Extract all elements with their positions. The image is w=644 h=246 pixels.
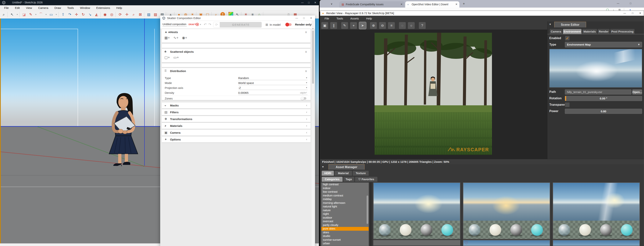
filters-section[interactable]: ▤ Filters ‹ xyxy=(162,109,310,115)
tab-material[interactable]: Material xyxy=(334,171,352,176)
close-icon[interactable]: ✕ xyxy=(312,0,318,5)
panel-collapse-icon[interactable]: ▼ xyxy=(322,165,324,168)
tab-camera[interactable]: Camera xyxy=(550,29,562,34)
add-curve-host-icon[interactable]: ∿+ xyxy=(174,35,178,40)
menu-assets[interactable]: Assets xyxy=(347,16,362,21)
tab-search-chevron-icon[interactable]: ∨ xyxy=(330,2,332,5)
redo-icon[interactable]: ↷ xyxy=(208,22,211,27)
chevron-left-icon[interactable]: ‹ xyxy=(306,110,307,114)
skatter-red-icon[interactable]: ▧ xyxy=(152,11,158,17)
zoom-extents-tool-icon[interactable]: ⊠ xyxy=(138,11,143,17)
close-icon[interactable]: ✕ xyxy=(637,11,644,15)
list-item[interactable]: morning-afternoon xyxy=(321,201,369,205)
refresh-icon[interactable]: ⟳ xyxy=(214,22,220,27)
scale-tool-icon[interactable]: ↘ xyxy=(87,11,93,17)
position-camera-tool-icon[interactable]: ◉ xyxy=(102,11,108,17)
hdri-thumbnail-next-row[interactable]: ♡ xyxy=(463,240,550,246)
look-around-tool-icon[interactable]: ◎ xyxy=(109,11,115,17)
scene-editor-tab[interactable]: Scene Editor xyxy=(554,22,586,27)
open-button[interactable]: Open... xyxy=(632,89,642,95)
save-render-button[interactable]: ▣ xyxy=(321,22,328,29)
hosts-header[interactable]: ▲▲ Hosts ∨ xyxy=(162,29,310,35)
menu-tools[interactable]: Tools xyxy=(64,5,76,10)
list-item[interactable]: midday xyxy=(321,197,369,201)
select-dropdown-icon[interactable]: ▾ xyxy=(16,11,18,17)
chevron-left-icon[interactable]: ‹ xyxy=(306,138,307,141)
add-surface-host-icon[interactable]: ▦+ xyxy=(164,35,170,40)
menu-view[interactable]: View xyxy=(23,5,35,10)
transformations-section[interactable]: ❖ Transformations ‹ xyxy=(162,116,310,122)
pushpull-tool-icon[interactable]: ⇧ xyxy=(60,11,66,17)
add-point-host-icon[interactable]: ◉+ xyxy=(182,35,187,40)
list-item[interactable]: nature xyxy=(321,209,369,212)
list-item[interactable]: partly cloudy xyxy=(321,223,369,227)
flip-tool-icon[interactable]: ◭ xyxy=(94,11,100,17)
generate-button[interactable]: GENERATE xyxy=(220,22,262,27)
list-item-selected[interactable]: pure skies xyxy=(321,227,369,231)
arc-dropdown-icon[interactable]: ▾ xyxy=(45,11,47,17)
options-section[interactable]: ✦ Options ‹ xyxy=(162,137,310,143)
chevron-left-icon[interactable]: ‹ xyxy=(306,117,307,121)
maximize-icon[interactable]: □ xyxy=(630,11,636,15)
orbit-tool-icon[interactable]: ⟳ xyxy=(117,11,123,17)
mode-dropdown[interactable]: World space xyxy=(238,81,308,85)
distribution-header[interactable]: ⠿ Distribution ∨ xyxy=(162,68,310,74)
exposure-button[interactable]: ≡ xyxy=(388,22,395,29)
close-icon[interactable]: ✕ xyxy=(308,16,314,20)
add-object-icon[interactable]: ▢+ xyxy=(164,55,170,59)
light-button[interactable]: ○ xyxy=(408,22,415,29)
menu-window[interactable]: Window xyxy=(77,5,92,10)
tab-close-icon[interactable]: ✕ xyxy=(456,3,458,6)
tab-materials[interactable]: Materials xyxy=(582,29,597,34)
list-item[interactable]: natural light xyxy=(321,205,369,209)
minimize-icon[interactable]: — xyxy=(622,11,628,15)
browser-maximize-icon[interactable]: □ xyxy=(627,1,634,6)
new-tab-icon[interactable]: + xyxy=(463,2,465,6)
pause-render-button[interactable]: ∥ xyxy=(330,22,337,29)
pan-tool-icon[interactable]: ✛ xyxy=(124,11,130,17)
arc-tool-icon[interactable]: ⌒ xyxy=(38,11,44,17)
scroll-up-icon[interactable]: ▲ xyxy=(312,28,314,29)
zoom-in-button[interactable]: ⊕ xyxy=(370,22,377,29)
followme-tool-icon[interactable]: ↷ xyxy=(67,11,73,17)
environment-map-preview[interactable] xyxy=(549,49,642,88)
record-status-icon[interactable] xyxy=(196,23,199,26)
camera-section[interactable]: ▣ Camera ‹ xyxy=(162,130,310,136)
path-field[interactable]: hilly_terrain_01_puresky.exr xyxy=(565,89,632,95)
rectangle-tool-icon[interactable]: ▭ xyxy=(48,11,54,17)
chevron-down-icon[interactable]: ∨ xyxy=(305,30,307,34)
list-item[interactable]: indoor xyxy=(321,187,369,190)
chevron-down-icon[interactable]: ∨ xyxy=(305,69,307,73)
scrollbar-thumb[interactable] xyxy=(312,31,314,84)
rotation-slider[interactable]: 0.00 ° xyxy=(565,96,642,101)
rotate-tool-icon[interactable]: ↻ xyxy=(80,11,86,17)
list-item[interactable]: medium contrast xyxy=(321,194,369,198)
browser-tab-fredoscale[interactable]: ▨ FredoScale Compatibility issues ✕ xyxy=(339,1,404,7)
list-item[interactable]: urban xyxy=(321,242,369,246)
list-item[interactable]: sunrise-sunset xyxy=(321,238,369,242)
line-tool-icon[interactable]: ✎ xyxy=(28,11,34,17)
tab-hdri[interactable]: HDRI xyxy=(322,171,334,176)
menu-file[interactable]: File xyxy=(321,16,332,21)
hdri-thumbnail[interactable] xyxy=(463,183,550,239)
scattered-header[interactable]: ♣ Scattered objects ∨ xyxy=(162,49,310,55)
chevron-left-icon[interactable]: ‹ xyxy=(306,131,307,134)
minimize-icon[interactable]: — xyxy=(294,16,300,20)
minimize-icon[interactable]: — xyxy=(299,0,306,5)
zoom-tool-icon[interactable]: ⌕ xyxy=(131,11,136,17)
skatter-blue-icon[interactable]: ▧ xyxy=(146,11,152,17)
focus-picker-button[interactable]: ⌖ xyxy=(350,22,357,29)
tab-post-processing[interactable]: Post Processing xyxy=(610,29,634,34)
menu-help[interactable]: Help xyxy=(114,5,125,10)
menu-file[interactable]: File xyxy=(2,5,11,10)
maximize-icon[interactable]: □ xyxy=(301,16,307,20)
hdri-thumbnail[interactable] xyxy=(373,183,460,239)
browser-tab-openshot[interactable]: ◐ OpenShot Video Editor | Downl ✕ xyxy=(405,1,460,7)
list-item[interactable]: high contrast xyxy=(321,183,369,187)
menu-draw[interactable]: Draw xyxy=(52,5,64,10)
help-button[interactable]: ? xyxy=(419,22,426,29)
tab-close-icon[interactable]: ✕ xyxy=(400,3,402,6)
list-item[interactable]: night xyxy=(321,212,369,216)
type-dropdown[interactable]: Random xyxy=(238,76,308,80)
dialog-scrollbar[interactable]: ▲ xyxy=(312,21,314,246)
